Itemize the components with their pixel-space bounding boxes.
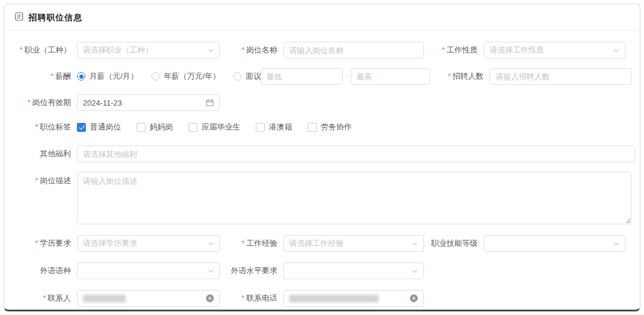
required-mark: * <box>442 45 445 54</box>
benefits-input[interactable] <box>77 146 635 162</box>
radio-icon <box>151 72 160 81</box>
chevron-down-icon <box>208 240 214 247</box>
contact-name-label: *联系人 <box>7 293 77 304</box>
skill-level-label: 职业技能等级 <box>424 238 484 249</box>
contact-phone-input[interactable] <box>283 290 424 307</box>
valid-date-value: 2024-11-23 <box>83 98 202 107</box>
headcount-label: *招聘人数 <box>430 71 490 82</box>
education-select[interactable]: 请选择学历要求 <box>77 235 220 252</box>
recruitment-form-panel: 招聘职位信息 *职业（工种） 请选择职业（工种） *岗位名称 *工作性质 请选择… <box>4 4 640 311</box>
row-language: 外语语种 外语水平要求 <box>7 262 631 279</box>
language-level-select[interactable] <box>283 262 424 279</box>
required-mark: * <box>20 45 23 54</box>
description-label: *岗位描述 <box>7 172 77 186</box>
work-nature-label: *工作性质 <box>424 45 484 55</box>
occupation-label: *职业（工种） <box>7 45 77 55</box>
salary-monthly-radio[interactable]: 月薪（元/月） <box>77 71 138 82</box>
salary-max-input[interactable] <box>351 68 430 85</box>
row-contact: *联系人 *联系电话 <box>7 290 631 307</box>
language-level-label: 外语水平要求 <box>220 265 283 276</box>
checkbox-icon <box>308 123 317 132</box>
redacted-contact-phone <box>289 295 379 302</box>
experience-label: *工作经验 <box>220 238 283 249</box>
circle-close-icon[interactable] <box>410 294 418 302</box>
row-occupation: *职业（工种） 请选择职业（工种） *岗位名称 *工作性质 请选择工作性质 <box>7 42 631 58</box>
salary-radio-group: 月薪（元/月） 年薪（万元/年） 面议 <box>77 71 261 82</box>
checkbox-icon <box>137 123 145 132</box>
row-benefits: 其他福利 <box>7 146 631 162</box>
panel-title: 招聘职位信息 <box>29 13 82 23</box>
checkbox-icon <box>188 123 197 132</box>
chevron-down-icon <box>613 47 620 54</box>
salary-min-input[interactable] <box>261 68 343 85</box>
tag-checkbox-normal[interactable]: 普通岗位 <box>77 122 121 132</box>
tags-label: *职位标签 <box>7 122 77 132</box>
foreign-language-label: 外语语种 <box>7 265 77 276</box>
checkbox-checked-icon <box>77 123 86 132</box>
required-mark: * <box>35 122 38 131</box>
chevron-down-icon <box>613 240 620 247</box>
radio-icon <box>233 72 242 81</box>
panel-header: 招聘职位信息 <box>4 4 640 31</box>
tag-checkbox-hkmo[interactable]: 港澳籍 <box>256 122 292 132</box>
radio-selected-icon <box>77 72 85 81</box>
salary-range-separator: - <box>343 72 351 81</box>
benefits-label: 其他福利 <box>7 149 77 159</box>
row-education: *学历要求 请选择学历要求 *工作经验 请选择工作经验 职业技能等级 <box>7 235 631 252</box>
contact-name-input[interactable] <box>77 290 220 307</box>
description-textarea[interactable] <box>77 172 631 224</box>
calendar-icon <box>206 98 214 107</box>
required-mark: * <box>35 239 38 248</box>
education-label: *学历要求 <box>7 238 77 249</box>
salary-negotiable-radio[interactable]: 面议 <box>233 71 261 82</box>
valid-date-input[interactable]: 2024-11-23 <box>77 94 220 111</box>
skill-level-select[interactable] <box>484 235 626 252</box>
row-salary: *薪酬 月薪（元/月） 年薪（万元/年） 面议 - *招聘人数 <box>7 68 631 85</box>
chevron-down-icon <box>411 240 418 247</box>
row-description: *岗位描述 <box>7 172 631 224</box>
salary-yearly-radio[interactable]: 年薪（万元/年） <box>151 71 221 82</box>
required-mark: * <box>35 176 38 185</box>
required-mark: * <box>242 239 244 248</box>
required-mark: * <box>242 45 244 54</box>
salary-label: *薪酬 <box>7 71 77 82</box>
row-tags: *职位标签 普通岗位 妈妈岗 应届毕业生 港澳籍 劳务协作 <box>7 122 631 132</box>
experience-select[interactable]: 请选择工作经验 <box>283 235 424 252</box>
job-name-label: *岗位名称 <box>220 45 283 55</box>
job-name-input[interactable] <box>283 42 424 58</box>
headcount-input[interactable] <box>490 68 631 85</box>
required-mark: * <box>242 294 244 302</box>
recruitment-form: *职业（工种） 请选择职业（工种） *岗位名称 *工作性质 请选择工作性质 *薪… <box>4 31 640 307</box>
tag-checkbox-labor[interactable]: 劳务协作 <box>308 122 352 132</box>
circle-close-icon[interactable] <box>206 294 214 302</box>
tag-checkbox-mother[interactable]: 妈妈岗 <box>137 122 173 132</box>
required-mark: * <box>448 72 451 81</box>
row-valid-date: *岗位有效期 2024-11-23 <box>7 94 631 111</box>
chevron-down-icon <box>208 47 214 54</box>
checkbox-icon <box>256 123 265 132</box>
foreign-language-select[interactable] <box>77 262 220 279</box>
valid-date-label: *岗位有效期 <box>7 97 77 108</box>
work-nature-select[interactable]: 请选择工作性质 <box>484 42 626 58</box>
required-mark: * <box>27 98 30 107</box>
required-mark: * <box>43 294 46 302</box>
occupation-select[interactable]: 请选择职业（工种） <box>77 42 220 58</box>
tag-checkbox-graduate[interactable]: 应届毕业生 <box>188 122 240 132</box>
document-icon <box>15 12 23 23</box>
chevron-down-icon <box>411 268 418 274</box>
redacted-contact-name <box>83 295 126 302</box>
contact-phone-label: *联系电话 <box>220 293 283 304</box>
chevron-down-icon <box>208 268 214 274</box>
required-mark: * <box>51 72 54 81</box>
